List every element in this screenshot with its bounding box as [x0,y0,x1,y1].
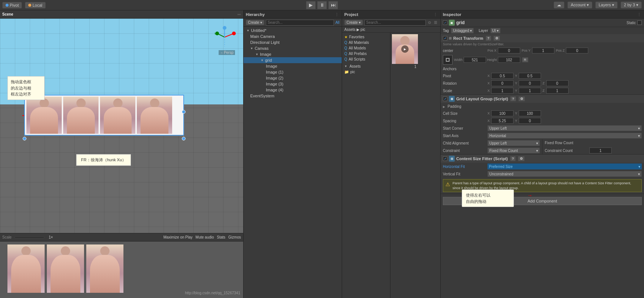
height-input[interactable] [498,57,520,63]
rt-r-btn[interactable]: R [522,57,528,62]
mute-btn[interactable]: Mute audio [196,235,214,239]
tree-untitled[interactable]: ▼ Untitled* [244,27,342,33]
scale-x-input[interactable] [491,88,513,94]
handle-top-right[interactable] [182,110,186,114]
grid-checkbox[interactable]: ✓ [443,97,447,101]
width-label: Width [454,58,463,62]
handle-bottom-right[interactable] [182,137,186,140]
pause-button[interactable]: ⏸ [317,1,327,9]
padding-expand[interactable]: ▶ [443,105,445,108]
scene-canvas[interactable]: X Y Z ←Persp 拖动蓝色框 的左边与相 框左边对齐 ← [0,19,243,233]
tree-image-4[interactable]: Image (4) [244,87,342,93]
start-corner-dropdown[interactable]: Upper Left▾ [487,125,642,131]
rt-corner-btn-2[interactable]: ⚙ [493,36,500,41]
tree-label-10: Image (4) [266,88,283,92]
rt-checkbox[interactable]: ✓ [443,36,447,41]
hierarchy-search[interactable] [266,20,334,26]
tree-image[interactable]: ▼ Image [244,51,342,57]
project-search[interactable] [364,20,426,26]
rot-y-input[interactable] [519,80,541,86]
cell-y-input[interactable] [519,110,541,116]
rot-z-input[interactable] [546,80,569,86]
static-checkbox[interactable] [637,20,642,25]
fav-prefabs[interactable]: Q All Prefabs [342,51,390,56]
scale-row: Scale X Y Z [441,87,644,94]
tree-directional-light[interactable]: Directional Light [244,39,342,45]
grid-corner-btn-2[interactable]: ⚙ [518,96,525,101]
tag-dropdown[interactable]: Untagged▾ [451,28,473,33]
rot-x-input[interactable] [491,80,513,86]
pos-y-input[interactable] [532,48,554,54]
grid-layout-header[interactable]: ✓ ⊞ Grid Layout Group (Script) ? ⚙ [441,95,644,103]
tree-image-2[interactable]: Image (2) [244,75,342,81]
maximize-btn[interactable]: Maximize on Play [163,235,192,239]
stats-btn[interactable]: Stats [217,235,225,239]
start-corner-row: Start Corner Upper Left▾ [441,124,644,132]
fav-scripts[interactable]: Q All Scripts [342,56,390,62]
asset-thumb-1[interactable]: ▶ [392,34,418,64]
pivot-x-input[interactable] [491,73,513,79]
scale-y-input[interactable] [519,88,541,94]
rt-corner-btn-1[interactable]: ? [486,36,492,41]
fav-materials[interactable]: Q All Materials [342,40,390,45]
grid-layout-section: ✓ ⊞ Grid Layout Group (Script) ? ⚙ ▶ Pad… [441,95,644,155]
object-active-checkbox[interactable]: ✓ [443,20,447,25]
cell-x-input[interactable] [491,110,513,116]
width-input[interactable] [464,57,486,63]
start-axis-dropdown[interactable]: Horizontal▾ [487,133,642,139]
play-button[interactable]: ▶ [306,1,316,9]
constraint-count-input[interactable] [589,148,612,153]
layers-button[interactable]: Layers ▾ [595,1,618,9]
fav-models[interactable]: Q All Models [342,45,390,51]
pivot-button[interactable]: Pivot [2,2,22,9]
favorites-header[interactable]: ★ Favorites [342,34,390,40]
anchor-box[interactable] [443,55,453,65]
tree-canvas[interactable]: ▼ Canvas [244,45,342,51]
project-icon-btn1[interactable]: ⊙ [427,20,432,25]
project-options[interactable]: ⋮ [433,12,438,16]
pos-x-input[interactable] [498,48,520,54]
asset-thumbnail-container[interactable]: ▶ 1 [392,34,439,69]
all-filter-btn[interactable] [237,14,241,15]
handle-bottom-left[interactable] [23,137,26,140]
spacing-y-input[interactable] [519,118,541,124]
tree-image-0[interactable]: Image [244,63,342,69]
layout-button[interactable]: 2 by 3 ▾ [621,1,642,9]
project-create-btn[interactable]: Create ▾ [344,20,363,25]
assets-pic-folder[interactable]: 📁 pic [342,69,390,75]
grid-corner-btn-1[interactable]: ? [510,96,516,101]
pos-z-input[interactable] [566,48,588,54]
csf-corner-btn-2[interactable]: ⚙ [518,156,525,161]
hierarchy-all-btn[interactable]: All [335,20,339,25]
vertical-fit-dropdown[interactable]: Unconstrained▾ [487,171,642,177]
tree-event-system[interactable]: EventSystem [244,93,342,99]
pivot-y-input[interactable] [519,73,541,79]
gizmos-game-btn[interactable]: Gizmos [228,235,241,239]
tree-grid[interactable]: ▼ grid [244,57,342,63]
start-axis-row: Start Axis Horizontal▾ [441,132,644,139]
step-button[interactable]: ⏭ [328,1,338,9]
horizontal-fit-value[interactable]: Preferred Size ▾ [487,163,642,169]
csf-header[interactable]: ✓ ⊟ Content Size Fitter (Script) ? ⚙ [441,155,644,163]
hierarchy-create-btn[interactable]: Create ▾ [246,20,264,25]
constraint-dropdown[interactable]: Fixed Row Count▾ [487,148,540,153]
scale-z-input[interactable] [546,88,569,94]
account-button[interactable]: Account ▾ [567,1,592,9]
tree-main-camera[interactable]: Main Camera [244,33,342,39]
spacing-x-input[interactable] [491,118,513,124]
scene-tab[interactable]: Scene [2,12,13,16]
inspector-options[interactable]: ⋮ [637,12,642,16]
fav-prefabs-label: All Prefabs [349,52,367,56]
rect-transform-header[interactable]: ✓ ⊞ Rect Transform ? ⚙ [441,34,644,42]
child-align-dropdown[interactable]: Upper Left▾ [487,140,540,146]
layer-dropdown[interactable]: UI▾ [490,28,500,33]
csf-corner-btn-1[interactable]: ? [510,156,516,161]
cloud-button[interactable]: ☁ [554,1,564,9]
csf-checkbox[interactable]: ✓ [443,156,447,161]
tree-image-1[interactable]: Image (1) [244,69,342,75]
hierarchy-options[interactable]: ⋮ [334,12,339,16]
project-icon-btn2[interactable]: ☰ [433,20,438,25]
tree-image-3[interactable]: Image (3) [244,81,342,87]
local-button[interactable]: Local [25,2,45,9]
assets-header[interactable]: ▼ Assets [342,64,390,69]
